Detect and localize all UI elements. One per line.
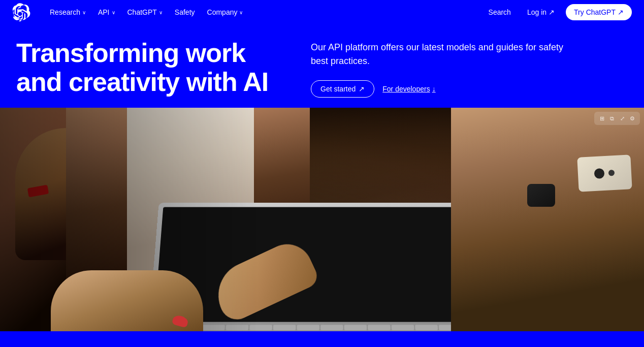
try-chatgpt-button[interactable]: Try ChatGPT ↗ (566, 4, 632, 20)
hero-image-container: ⊞ ⧉ ⤢ ⚙ (0, 108, 644, 331)
right-person-figure (451, 108, 644, 331)
smartwatch-body (527, 184, 555, 207)
nav-item-research[interactable]: Research ∨ (45, 5, 91, 19)
navbar-left: Research ∨ API ∨ ChatGPT ∨ Safety Compan… (12, 3, 248, 21)
hero-left: Transforming work and creativity with AI (16, 39, 280, 97)
hero-description: Our API platform offers our latest model… (311, 41, 565, 68)
arrow-icon: ↗ (359, 85, 365, 93)
arrow-icon: ↗ (618, 8, 624, 16)
arrow-down-icon: ↓ (432, 85, 436, 93)
chevron-down-icon: ∨ (159, 10, 163, 15)
search-button[interactable]: Search (484, 5, 516, 19)
chevron-down-icon: ∨ (112, 10, 115, 15)
hero-right: Our API platform offers our latest model… (311, 39, 628, 98)
nav-item-api[interactable]: API ∨ (93, 5, 120, 19)
settings-icon[interactable]: ⚙ (628, 114, 637, 123)
phone-figure (577, 154, 632, 192)
chevron-down-icon: ∨ (82, 10, 86, 15)
external-link-icon: ↗ (549, 8, 555, 16)
nav-links: Research ∨ API ∨ ChatGPT ∨ Safety Compan… (45, 5, 248, 19)
grid-view-icon[interactable]: ⊞ (597, 114, 606, 123)
hero-image (0, 108, 644, 331)
nav-item-company[interactable]: Company ∨ (202, 5, 248, 19)
expand-icon[interactable]: ⤢ (618, 114, 627, 123)
nav-item-safety[interactable]: Safety (170, 5, 200, 19)
hero-buttons: Get started ↗ For developers ↓ (311, 80, 628, 98)
navbar-right: Search Log in ↗ Try ChatGPT ↗ (484, 4, 632, 20)
copy-icon[interactable]: ⧉ (607, 114, 617, 123)
for-developers-link[interactable]: For developers ↓ (382, 85, 435, 93)
hero-section: Transforming work and creativity with AI… (0, 24, 644, 108)
nav-item-chatgpt[interactable]: ChatGPT ∨ (122, 5, 168, 19)
openai-logo-icon (12, 3, 30, 21)
logo[interactable] (12, 3, 30, 21)
chevron-down-icon: ∨ (239, 10, 243, 15)
navbar: Research ∨ API ∨ ChatGPT ∨ Safety Compan… (0, 0, 644, 24)
login-button[interactable]: Log in ↗ (522, 5, 560, 19)
image-toolbar: ⊞ ⧉ ⤢ ⚙ (594, 112, 640, 125)
get-started-button[interactable]: Get started ↗ (311, 80, 374, 98)
hero-title: Transforming work and creativity with AI (16, 39, 280, 97)
